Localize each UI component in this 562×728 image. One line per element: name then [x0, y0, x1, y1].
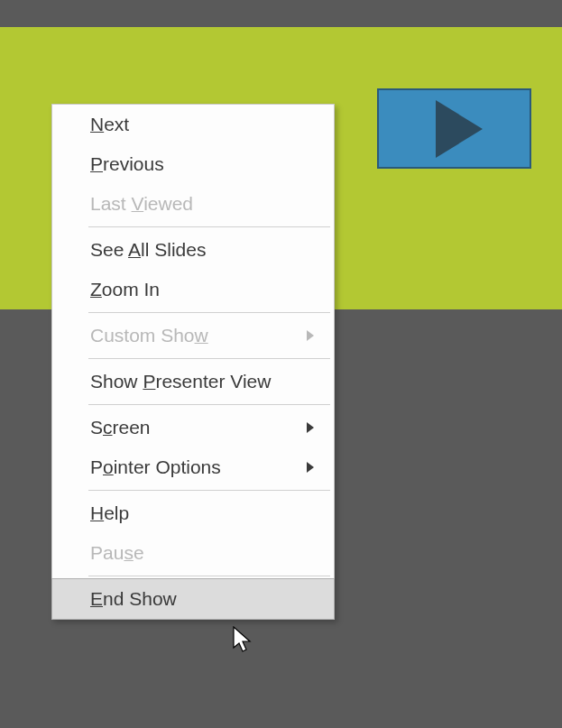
- context-menu: Next Previous Last Viewed See All Slides…: [51, 104, 335, 620]
- menu-separator: [88, 226, 330, 227]
- menu-item-pointer-options[interactable]: Pointer Options: [52, 447, 334, 487]
- chevron-right-icon: [307, 330, 314, 341]
- menu-item-zoom-in[interactable]: Zoom In: [52, 270, 334, 309]
- menu-item-custom-show: Custom Show: [52, 316, 334, 355]
- menu-item-help[interactable]: Help: [52, 493, 334, 533]
- play-icon: [436, 100, 483, 158]
- menu-item-previous[interactable]: Previous: [52, 144, 334, 184]
- menu-separator: [88, 404, 330, 405]
- menu-separator: [88, 490, 330, 491]
- chevron-right-icon: [307, 422, 314, 433]
- menu-item-last-viewed: Last Viewed: [52, 184, 334, 224]
- menu-item-screen[interactable]: Screen: [52, 408, 334, 447]
- play-button[interactable]: [377, 88, 531, 169]
- menu-separator: [88, 312, 330, 313]
- menu-item-presenter-view[interactable]: Show Presenter View: [52, 362, 334, 401]
- chevron-right-icon: [307, 462, 314, 473]
- menu-item-next[interactable]: Next: [52, 105, 334, 144]
- menu-separator: [88, 358, 330, 359]
- menu-item-end-show[interactable]: End Show: [51, 578, 335, 620]
- cursor-icon: [233, 626, 254, 655]
- menu-separator: [88, 576, 330, 576]
- menu-item-see-all-slides[interactable]: See All Slides: [52, 230, 334, 270]
- menu-item-pause: Pause: [52, 533, 334, 573]
